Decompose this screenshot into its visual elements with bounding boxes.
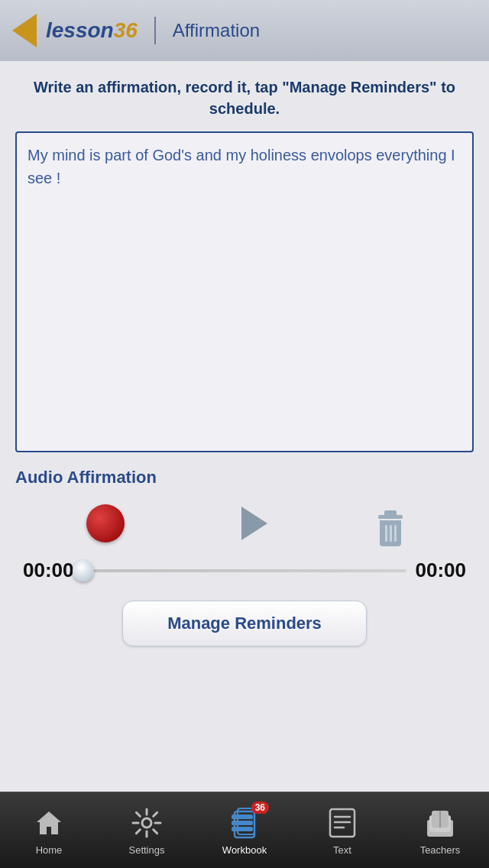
time-end: 00:00 — [416, 559, 467, 582]
workbook-icon: 36 — [226, 805, 263, 841]
tab-home[interactable]: Home — [11, 805, 87, 856]
svg-line-6 — [136, 812, 140, 816]
svg-line-7 — [154, 830, 157, 834]
tab-home-label: Home — [36, 844, 63, 856]
tab-settings-label: Settings — [129, 844, 165, 856]
time-row: 00:00 00:00 — [15, 559, 474, 582]
lesson-title: lesson 36 — [46, 18, 138, 43]
record-button[interactable] — [86, 504, 125, 542]
svg-marker-0 — [37, 811, 61, 834]
audio-section: Audio Affirmation 00:00 00:00 Manage Rem… — [0, 455, 489, 646]
svg-line-9 — [136, 830, 140, 834]
instruction-text: Write an affirmation, record it, tap "Ma… — [15, 76, 474, 119]
tab-teachers[interactable]: Teachers — [402, 805, 478, 856]
main-content: Write an affirmation, record it, tap "Ma… — [0, 61, 489, 455]
delete-button[interactable] — [378, 500, 403, 546]
manage-reminders-button[interactable]: Manage Reminders — [122, 601, 367, 646]
tab-text[interactable]: Text — [304, 805, 381, 856]
svg-line-8 — [154, 812, 157, 816]
teachers-icon — [422, 805, 458, 841]
slider-thumb[interactable] — [73, 560, 94, 581]
tab-settings[interactable]: Settings — [108, 805, 185, 856]
header-divider — [154, 17, 156, 44]
audio-slider[interactable] — [83, 563, 406, 578]
home-icon — [31, 805, 67, 841]
audio-controls — [15, 500, 474, 546]
back-button[interactable] — [12, 14, 37, 47]
affirmation-textarea[interactable] — [15, 131, 474, 452]
tab-bar: Home Settings — [0, 792, 489, 868]
tab-teachers-label: Teachers — [420, 844, 461, 856]
svg-point-1 — [142, 818, 151, 828]
lesson-number: 36 — [114, 18, 138, 43]
audio-section-title: Audio Affirmation — [15, 468, 474, 487]
lesson-word: lesson — [46, 18, 114, 43]
text-icon — [324, 805, 361, 841]
play-button[interactable] — [241, 507, 267, 540]
header-page-title: Affirmation — [173, 20, 260, 41]
tab-workbook[interactable]: 36 Workbook — [206, 805, 283, 856]
header: lesson 36 Affirmation — [0, 0, 489, 61]
settings-icon — [128, 805, 165, 841]
tab-text-label: Text — [333, 844, 351, 856]
time-start: 00:00 — [23, 559, 74, 582]
workbook-badge: 36 — [251, 802, 269, 814]
tab-workbook-label: Workbook — [222, 844, 267, 856]
slider-track — [83, 569, 406, 572]
